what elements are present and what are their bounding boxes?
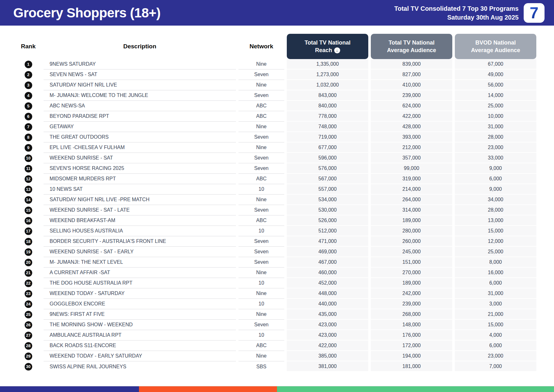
total-tv-reach-cell: 440,000: [287, 299, 368, 309]
table-row: 30 SWISS ALPINE RAIL JOURNEYS SBS 381,00…: [15, 361, 537, 372]
bvod-average-audience-cell: 33,000: [455, 153, 536, 163]
bvod-average-audience-cell: 4,000: [455, 330, 536, 341]
total-tv-average-audience-cell: 189,000: [371, 278, 452, 288]
network-cell: Seven: [238, 320, 284, 330]
rank-badge: 27: [25, 332, 32, 339]
description-cell: SEVEN NEWS - SAT: [44, 69, 236, 80]
description-cell: 10 NEWS SAT: [44, 184, 236, 195]
total-tv-reach-cell: 422,000: [287, 341, 368, 351]
description-cell: EPL LIVE -CHELSEA V FULHAM: [44, 142, 236, 153]
network-cell: ABC: [238, 174, 284, 184]
network-cell: Seven: [238, 205, 284, 215]
column-header-bvod-average-audience[interactable]: BVOD National Average Audience: [455, 34, 536, 59]
description-cell: SWISS ALPINE RAIL JOURNEYS: [44, 361, 236, 372]
description-cell: WEEKEND SUNRISE - SAT - LATE: [44, 205, 236, 215]
table-row: 16 WEEKEND BREAKFAST-AM ABC 526,000 189,…: [15, 215, 537, 226]
table-row: 25 9NEWS: FIRST AT FIVE Nine 435,000 268…: [15, 309, 537, 320]
column-header-rank: Rank: [15, 34, 41, 59]
rank-badge: 22: [25, 280, 32, 287]
rank-badge: 20: [25, 259, 32, 266]
total-tv-average-audience-cell: 357,000: [371, 153, 452, 163]
network-cell: ABC: [238, 215, 284, 226]
rank-badge: 10: [25, 154, 32, 162]
description-cell: SATURDAY NIGHT NRL LIVE -PRE MATCH: [44, 195, 236, 205]
table-row: 27 AMBULANCE AUSTRALIA RPT 10 423,000 17…: [15, 330, 537, 341]
table-row: 14 SATURDAY NIGHT NRL LIVE -PRE MATCH Ni…: [15, 195, 537, 205]
table-header-row: Rank Description Network Total TV Nation…: [15, 34, 537, 59]
description-cell: ABC NEWS-SA: [44, 101, 236, 111]
table-row: 20 M- JUMANJI: THE NEXT LEVEL Seven 467,…: [15, 257, 537, 268]
bvod-average-audience-cell: 3,000: [455, 299, 536, 309]
total-tv-average-audience-cell: 239,000: [371, 299, 452, 309]
description-cell: WEEKEND SUNRISE - SAT: [44, 153, 236, 163]
total-tv-reach-cell: 719,000: [287, 132, 368, 142]
footer-stripe-orange: [139, 386, 277, 392]
description-cell: M- JUMANJI: THE NEXT LEVEL: [44, 257, 236, 268]
table-row: 21 A CURRENT AFFAIR -SAT Nine 460,000 27…: [15, 268, 537, 278]
network-cell: Nine: [238, 288, 284, 299]
total-tv-average-audience-cell: 151,000: [371, 257, 452, 268]
description-cell: 9NEWS SATURDAY: [44, 59, 236, 69]
rank-cell: 16: [15, 215, 41, 226]
footer-stripe-green: [277, 386, 554, 392]
table-row: 19 WEEKEND SUNRISE - SAT - EARLY Seven 4…: [15, 247, 537, 257]
total-tv-reach-cell: 840,000: [287, 101, 368, 111]
table-row: 26 THE MORNING SHOW - WEEKEND Seven 423,…: [15, 320, 537, 330]
total-tv-average-audience-cell: 319,000: [371, 174, 452, 184]
network-cell: Seven: [238, 69, 284, 80]
total-tv-average-audience-cell: 264,000: [371, 195, 452, 205]
rank-cell: 27: [15, 330, 41, 341]
network-cell: Seven: [238, 163, 284, 174]
table-row: 1 9NEWS SATURDAY Nine 1,335,000 839,000 …: [15, 59, 537, 69]
bvod-average-audience-cell: 13,000: [455, 215, 536, 226]
rank-badge: 4: [25, 92, 32, 100]
network-cell: Nine: [238, 351, 284, 361]
rank-cell: 23: [15, 288, 41, 299]
table-body: 1 9NEWS SATURDAY Nine 1,335,000 839,000 …: [15, 59, 537, 372]
rank-badge: 14: [25, 196, 32, 204]
network-cell: Nine: [238, 268, 284, 278]
rank-cell: 5: [15, 101, 41, 111]
total-tv-average-audience-cell: 428,000: [371, 122, 452, 132]
table-row: 2 SEVEN NEWS - SAT Seven 1,273,000 827,0…: [15, 69, 537, 80]
table-row: 28 BACK ROADS S11-ENCORE ABC 422,000 172…: [15, 341, 537, 351]
rank-cell: 10: [15, 153, 41, 163]
total-tv-reach-cell: 530,000: [287, 205, 368, 215]
column-header-total-tv-reach[interactable]: Total TV National Reach ↓: [287, 34, 368, 59]
report-subtitle: Total TV Consolidated 7 Top 30 Programs …: [394, 4, 519, 22]
table-row: 23 WEEKEND TODAY - SATURDAY Nine 448,000…: [15, 288, 537, 299]
bvod-average-audience-cell: 8,000: [455, 257, 536, 268]
rank-cell: 28: [15, 341, 41, 351]
rank-badge: 23: [25, 290, 32, 298]
total-tv-average-audience-cell: 212,000: [371, 142, 452, 153]
description-cell: WEEKEND TODAY - SATURDAY: [44, 288, 236, 299]
description-cell: BORDER SECURITY - AUSTRALIA'S FRONT LINE: [44, 236, 236, 247]
rank-badge: 30: [25, 363, 32, 371]
bvod-average-audience-cell: 6,000: [455, 341, 536, 351]
bvod-average-audience-cell: 9,000: [455, 184, 536, 195]
rank-cell: 21: [15, 268, 41, 278]
rank-cell: 12: [15, 174, 41, 184]
description-cell: SATURDAY NIGHT NRL LIVE: [44, 80, 236, 90]
network-cell: Nine: [238, 80, 284, 90]
total-tv-average-audience-cell: 176,000: [371, 330, 452, 341]
sort-descending-icon[interactable]: ↓: [334, 47, 340, 53]
seven-logo-glyph: 7: [530, 5, 539, 21]
rank-badge: 11: [25, 165, 32, 172]
total-tv-reach-cell: 596,000: [287, 153, 368, 163]
total-tv-reach-cell: 1,032,000: [287, 80, 368, 90]
total-tv-average-audience-cell: 314,000: [371, 205, 452, 215]
total-tv-reach-cell: 843,000: [287, 90, 368, 101]
total-tv-reach-cell: 748,000: [287, 122, 368, 132]
column-header-description: Description: [44, 34, 236, 59]
rank-cell: 4: [15, 90, 41, 101]
total-tv-average-audience-cell: 839,000: [371, 59, 452, 69]
bvod-average-audience-cell: 21,000: [455, 309, 536, 320]
seven-network-logo: 7: [524, 3, 545, 23]
column-header-total-tv-average-audience[interactable]: Total TV National Average Audience: [371, 34, 452, 59]
network-cell: Seven: [238, 90, 284, 101]
bvod-average-audience-cell: 28,000: [455, 205, 536, 215]
top30-table: Rank Description Network Total TV Nation…: [15, 34, 537, 372]
rank-badge: 9: [25, 144, 32, 152]
rank-cell: 30: [15, 361, 41, 372]
